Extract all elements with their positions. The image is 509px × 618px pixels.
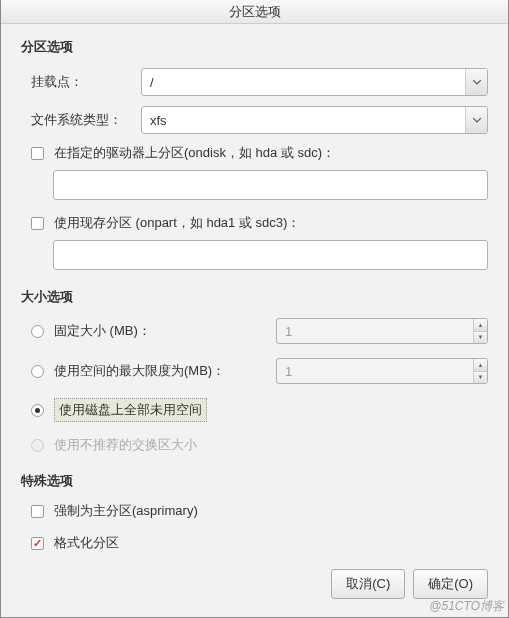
spinner-up-icon[interactable]: ▲ (473, 319, 487, 332)
swap-label: 使用不推荐的交换区大小 (54, 436, 197, 454)
dialog-button-bar: 取消(C) 确定(O) (331, 569, 488, 599)
max-size-input[interactable] (276, 358, 488, 384)
fs-type-input[interactable] (141, 106, 488, 134)
mount-point-row: 挂载点： (21, 68, 488, 96)
asprimary-row: 强制为主分区(asprimary) (21, 502, 488, 520)
max-size-radio[interactable] (31, 365, 44, 378)
onpart-input[interactable] (53, 240, 488, 270)
spinner-down-icon[interactable]: ▼ (473, 372, 487, 384)
format-label: 格式化分区 (54, 534, 119, 552)
asprimary-checkbox[interactable] (31, 505, 44, 518)
mount-point-label: 挂载点： (31, 73, 141, 91)
dialog-title: 分区选项 (1, 0, 508, 24)
swap-row: 使用不推荐的交换区大小 (21, 436, 488, 454)
partition-options-heading: 分区选项 (21, 38, 488, 56)
fill-disk-row: 使用磁盘上全部未用空间 (21, 398, 488, 422)
spinner-up-icon[interactable]: ▲ (473, 359, 487, 372)
cancel-button[interactable]: 取消(C) (331, 569, 405, 599)
max-size-spinner[interactable]: ▲ ▼ (276, 358, 488, 384)
spinner-buttons[interactable]: ▲ ▼ (473, 319, 487, 343)
mount-point-input[interactable] (141, 68, 488, 96)
ondisk-input[interactable] (53, 170, 488, 200)
format-checkbox[interactable] (31, 537, 44, 550)
asprimary-label: 强制为主分区(asprimary) (54, 502, 198, 520)
format-row: 格式化分区 (21, 534, 488, 552)
ondisk-input-wrap (53, 170, 488, 200)
ondisk-checkbox[interactable] (31, 147, 44, 160)
ok-button[interactable]: 确定(O) (413, 569, 488, 599)
chevron-down-icon[interactable] (465, 107, 487, 133)
ondisk-check-row: 在指定的驱动器上分区(ondisk，如 hda 或 sdc)： (21, 144, 488, 162)
fs-type-row: 文件系统类型： (21, 106, 488, 134)
fixed-size-row: 固定大小 (MB)： ▲ ▼ (21, 318, 488, 344)
partition-options-dialog: 分区选项 分区选项 挂载点： 文件系统类型： 在指定的驱动 (0, 0, 509, 618)
ondisk-label: 在指定的驱动器上分区(ondisk，如 hda 或 sdc)： (54, 144, 335, 162)
fixed-size-label: 固定大小 (MB)： (54, 322, 276, 340)
spinner-buttons[interactable]: ▲ ▼ (473, 359, 487, 383)
onpart-checkbox[interactable] (31, 217, 44, 230)
onpart-input-wrap (53, 240, 488, 270)
swap-radio (31, 439, 44, 452)
spinner-down-icon[interactable]: ▼ (473, 332, 487, 344)
fill-disk-label: 使用磁盘上全部未用空间 (54, 398, 207, 422)
mount-point-select[interactable] (141, 68, 488, 96)
special-options-heading: 特殊选项 (21, 472, 488, 490)
size-options-heading: 大小选项 (21, 288, 488, 306)
fs-type-label: 文件系统类型： (31, 111, 141, 129)
dialog-content: 分区选项 挂载点： 文件系统类型： 在指定的驱动器上分区(ondisk，如 hd… (1, 24, 508, 570)
fs-type-select[interactable] (141, 106, 488, 134)
onpart-check-row: 使用现存分区 (onpart，如 hda1 或 sdc3)： (21, 214, 488, 232)
onpart-label: 使用现存分区 (onpart，如 hda1 或 sdc3)： (54, 214, 300, 232)
watermark-text: @51CTO博客 (429, 598, 504, 615)
fill-disk-radio[interactable] (31, 404, 44, 417)
max-size-row: 使用空间的最大限度为(MB)： ▲ ▼ (21, 358, 488, 384)
max-size-label: 使用空间的最大限度为(MB)： (54, 362, 276, 380)
fixed-size-spinner[interactable]: ▲ ▼ (276, 318, 488, 344)
fixed-size-radio[interactable] (31, 325, 44, 338)
fixed-size-input[interactable] (276, 318, 488, 344)
chevron-down-icon[interactable] (465, 69, 487, 95)
